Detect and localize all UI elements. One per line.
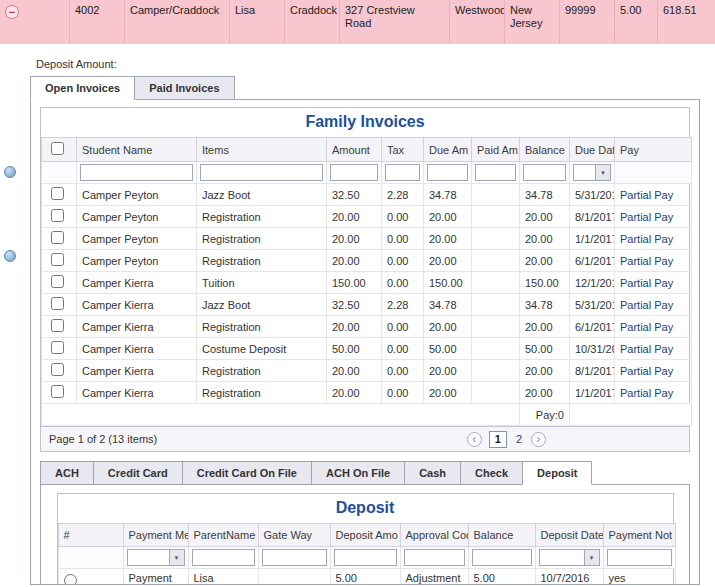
cell-pay[interactable]: Partial Pay	[615, 206, 692, 228]
col-deposit-date[interactable]: Deposit Date	[535, 524, 603, 547]
filter-parent-name[interactable]	[192, 549, 255, 566]
col-amount[interactable]: Amount	[327, 138, 382, 162]
cell-deposit-date: 10/7/2016	[535, 569, 603, 586]
filter-gate-way[interactable]	[262, 549, 327, 566]
filter-payment-method-combo[interactable]: ▼	[127, 549, 185, 566]
col-balance[interactable]: Balance	[520, 138, 570, 162]
invoice-row: Camper KierraRegistration20.000.0020.002…	[42, 360, 692, 382]
pager: Page 1 of 2 (13 items) ‹ 1 2 ›	[41, 426, 689, 451]
cell-due: 34.78	[424, 294, 472, 316]
cell-pay[interactable]: Partial Pay	[615, 316, 692, 338]
row-select-checkbox[interactable]	[51, 363, 64, 376]
col-due-amount[interactable]: Due Am	[424, 138, 472, 162]
select-all-cell	[42, 138, 77, 162]
cell-pay[interactable]: Partial Pay	[615, 382, 692, 404]
filter-due-amount[interactable]	[427, 164, 468, 181]
filter-payment-method-input[interactable]	[128, 550, 169, 565]
filter-tax[interactable]	[385, 164, 420, 181]
pager-prev-icon[interactable]: ‹	[467, 432, 482, 447]
cell-due-date: 6/1/2017	[570, 250, 615, 272]
deposit-select-radio[interactable]	[64, 574, 77, 585]
deposit-header-row: # Payment Met ParentName Gate Way Deposi…	[58, 524, 675, 547]
filter-paid-amount[interactable]	[475, 164, 516, 181]
collapse-minus-icon[interactable]: −	[5, 5, 19, 19]
filter-items[interactable]	[200, 164, 323, 181]
filter-balance[interactable]	[523, 164, 566, 181]
row-select-checkbox[interactable]	[51, 341, 64, 354]
col-deposit-amount[interactable]: Deposit Amo	[330, 524, 400, 547]
row-select-checkbox[interactable]	[51, 187, 64, 200]
family-summary-row[interactable]: − 4002 Camper/Craddock Lisa Craddock 327…	[0, 0, 715, 44]
filter-deposit-date-input[interactable]	[540, 550, 584, 565]
family-zip: 99999	[560, 0, 615, 44]
col-deposit-balance[interactable]: Balance	[468, 524, 535, 547]
tab-credit-card-on-file[interactable]: Credit Card On File	[182, 461, 312, 485]
filter-deposit-amount[interactable]	[334, 549, 397, 566]
cell-pay[interactable]: Partial Pay	[615, 250, 692, 272]
cell-pay[interactable]: Partial Pay	[615, 228, 692, 250]
cell-balance: 20.00	[520, 206, 570, 228]
cell-tax: 0.00	[382, 338, 424, 360]
row-select-checkbox[interactable]	[51, 297, 64, 310]
cell-pay[interactable]: Partial Pay	[615, 360, 692, 382]
tab-credit-card[interactable]: Credit Card	[93, 461, 183, 485]
tab-ach[interactable]: ACH	[40, 461, 94, 485]
filter-payment-note[interactable]	[607, 549, 672, 566]
col-student-name[interactable]: Student Name	[77, 138, 197, 162]
tab-cash[interactable]: Cash	[404, 461, 461, 485]
col-paid-amount[interactable]: Paid Am	[472, 138, 520, 162]
collapse-cell: −	[0, 0, 70, 44]
cell-pay[interactable]: Partial Pay	[615, 184, 692, 206]
filter-due-date-input[interactable]	[574, 165, 595, 180]
cell-due-date: 1/1/2017	[570, 382, 615, 404]
filter-approval-code[interactable]	[404, 549, 465, 566]
cell-due-date: 1/1/2017	[570, 228, 615, 250]
pager-next-icon[interactable]: ›	[531, 432, 546, 447]
tab-paid-invoices[interactable]: Paid Invoices	[134, 76, 234, 100]
row-select-checkbox[interactable]	[51, 209, 64, 222]
cell-pay[interactable]: Partial Pay	[615, 272, 692, 294]
cell-pay[interactable]: Partial Pay	[615, 294, 692, 316]
col-payment-note[interactable]: Payment Not	[603, 524, 675, 547]
tab-open-invoices[interactable]: Open Invoices	[30, 76, 135, 100]
cell-balance: 34.78	[520, 294, 570, 316]
expand-icon[interactable]	[4, 250, 16, 262]
col-tax[interactable]: Tax	[382, 138, 424, 162]
pager-controls: ‹ 1 2 ›	[467, 431, 546, 448]
filter-amount[interactable]	[330, 164, 378, 181]
col-items[interactable]: Items	[197, 138, 327, 162]
pager-page-1[interactable]: 1	[489, 431, 507, 448]
col-pay[interactable]: Pay	[615, 138, 692, 162]
select-all-checkbox[interactable]	[51, 142, 64, 155]
chevron-down-icon[interactable]: ▼	[584, 550, 599, 565]
row-select-checkbox[interactable]	[51, 253, 64, 266]
col-due-date[interactable]: Due Dat	[570, 138, 615, 162]
deposit-panel: Deposit # Payment Met ParentName Gate Wa…	[40, 484, 690, 585]
tab-ach-on-file[interactable]: ACH On File	[311, 461, 405, 485]
row-select-checkbox[interactable]	[51, 319, 64, 332]
col-gate-way[interactable]: Gate Way	[258, 524, 330, 547]
cell-pay[interactable]: Partial Pay	[615, 338, 692, 360]
tab-check[interactable]: Check	[460, 461, 523, 485]
cell-due-date: 8/1/2017	[570, 206, 615, 228]
cell-paid	[472, 272, 520, 294]
col-parent-name[interactable]: ParentName	[188, 524, 258, 547]
col-number[interactable]: #	[58, 524, 123, 547]
row-select-checkbox[interactable]	[51, 275, 64, 288]
filter-student-name[interactable]	[80, 164, 193, 181]
col-payment-method[interactable]: Payment Met	[123, 524, 188, 547]
chevron-down-icon[interactable]: ▼	[595, 165, 610, 180]
invoice-row: Camper KierraRegistration20.000.0020.002…	[42, 382, 692, 404]
row-select-checkbox[interactable]	[51, 231, 64, 244]
filter-due-date-combo[interactable]: ▼	[573, 164, 611, 181]
filter-deposit-date-combo[interactable]: ▼	[539, 549, 600, 566]
expand-icon[interactable]	[4, 166, 16, 178]
tab-deposit[interactable]: Deposit	[522, 461, 592, 485]
row-select-checkbox[interactable]	[51, 385, 64, 398]
chevron-down-icon[interactable]: ▼	[169, 550, 184, 565]
deposit-row: Payment Adjustment Lisa Craddock 5.00 Ad…	[58, 569, 675, 586]
col-approval-code[interactable]: Approval Cod	[400, 524, 468, 547]
pager-page-2[interactable]: 2	[514, 433, 524, 445]
family-invoices-title: Family Invoices	[41, 108, 689, 137]
filter-deposit-balance[interactable]	[472, 549, 532, 566]
